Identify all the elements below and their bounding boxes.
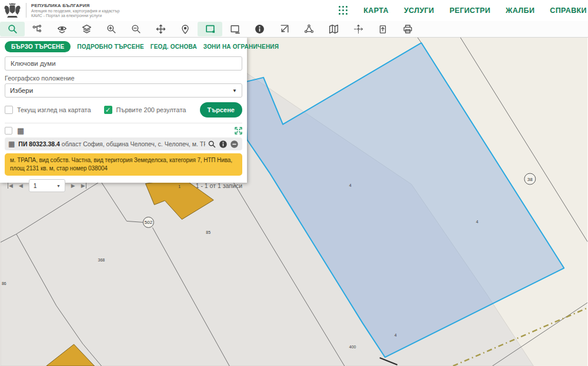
coordinates-tool-button[interactable] (346, 22, 370, 36)
result-row[interactable]: ▦ ПИ 80323.38.4 област София, община Чел… (5, 137, 242, 150)
first-200-results-label: Първите 200 резултата (116, 106, 186, 113)
map-sheets-tool-button[interactable] (321, 22, 346, 36)
map-label: 85 (206, 230, 211, 234)
map-label: 400 (349, 345, 356, 349)
deselect-rectangle-icon (229, 23, 240, 35)
brand: РЕПУБЛИКА БЪЛГАРИЯ Агенция по геодезия, … (4, 1, 119, 19)
print-tool-button[interactable] (395, 22, 420, 36)
deselect-rectangle-tool-button[interactable] (222, 22, 247, 36)
search-icon (7, 23, 18, 35)
pagination-prev-button[interactable]: ◀ (16, 182, 26, 190)
search-tool-button[interactable] (0, 22, 25, 36)
measure-area-icon (303, 23, 315, 35)
pagination-next-button[interactable]: ▶ (68, 182, 78, 190)
grid-icon: ▦ (8, 140, 15, 148)
tab-detailed-search[interactable]: ПОДРОБНО ТЪРСЕНЕ (77, 43, 143, 50)
map-label: 4 (476, 220, 478, 224)
coordinates-icon (353, 23, 364, 35)
results-header-row: ▦ (5, 126, 242, 135)
search-button[interactable]: Търсене (200, 102, 242, 117)
layers-visibility-icon (56, 23, 68, 35)
result-location: област София, община Челопеч, с. Челопеч… (60, 140, 205, 147)
pagination: ◀ ◀ 1 ▼ ▶ ▶ 1 - 1 от 1 записи (5, 179, 242, 192)
route-tree-icon (32, 24, 42, 35)
zoom-in-icon (106, 23, 117, 35)
tab-restriction-zones[interactable]: ЗОНИ НА ОГРАНИЧЕНИЯ (203, 43, 279, 50)
search-panel: БЪРЗО ТЪРСЕНЕ ПОДРОБНО ТЪРСЕНЕ ГЕОД. ОСН… (0, 37, 247, 183)
route-tree-tool-button[interactable] (25, 22, 49, 36)
main-nav: КАРТА УСЛУГИ РЕГИСТРИ ЖАЛБИ СПРАВКИ (339, 0, 588, 21)
result-info-icon[interactable] (219, 140, 228, 149)
brand-text: РЕПУБЛИКА БЪЛГАРИЯ Агенция по геодезия, … (26, 3, 119, 18)
nav-item-uslugi[interactable]: УСЛУГИ (404, 6, 435, 15)
coat-of-arms-logo (4, 1, 21, 19)
select-all-checkbox[interactable] (5, 127, 12, 135)
page-select[interactable]: 1 ▼ (29, 179, 65, 192)
locate-pin-icon (180, 24, 191, 35)
parcel-point-label: 38 (527, 177, 533, 182)
print-icon (402, 23, 413, 35)
geo-position-value: Избери (10, 87, 33, 94)
layers-visibility-tool-button[interactable] (49, 22, 74, 36)
full-extent-tool-button[interactable] (272, 22, 296, 36)
current-map-view-checkbox[interactable] (5, 106, 13, 114)
current-map-view-label: Текущ изглед на картата (17, 106, 91, 113)
brand-subtitle: Агенция по геодезия, картография и кадас… (31, 9, 119, 13)
layers-icon (81, 23, 92, 35)
pan-tool-button[interactable] (148, 22, 173, 36)
map-sheets-icon (328, 23, 339, 35)
nav-item-registri[interactable]: РЕГИСТРИ (449, 6, 490, 15)
nav-item-zhalbi[interactable]: ЖАЛБИ (506, 6, 534, 15)
export-page-icon (377, 24, 388, 35)
records-count: 1 - 1 от 1 записи (196, 182, 242, 189)
search-tabs: БЪРЗО ТЪРСЕНЕ ПОДРОБНО ТЪРСЕНЕ ГЕОД. ОСН… (5, 41, 242, 52)
search-options-row: Текущ изглед на картата ✓ Първите 200 ре… (5, 102, 242, 117)
export-page-tool-button[interactable] (370, 22, 395, 36)
pagination-last-button[interactable]: ▶ (78, 182, 89, 190)
layers-tool-button[interactable] (74, 22, 99, 36)
pan-icon (155, 23, 166, 35)
zoom-out-tool-button[interactable] (123, 22, 148, 36)
map-label: 4 (395, 333, 397, 337)
parcel-details-box: м. ТРАПА, вид собств. Частна, вид терито… (5, 153, 242, 176)
geo-position-label: Географско положение (5, 75, 242, 82)
zoom-in-tool-button[interactable] (99, 22, 123, 36)
map-label: 4 (349, 183, 352, 187)
tab-quick-search[interactable]: БЪРЗО ТЪРСЕНЕ (5, 41, 71, 52)
select-rectangle-icon (205, 23, 216, 35)
remove-result-icon[interactable] (230, 140, 239, 149)
app-header: РЕПУБЛИКА БЪЛГАРИЯ Агенция по геодезия, … (0, 0, 588, 21)
chevron-down-icon: ▼ (56, 184, 61, 188)
result-actions (208, 140, 239, 149)
info-icon (254, 23, 265, 35)
apps-grid-icon[interactable] (339, 6, 348, 15)
select-rectangle-tool-button[interactable] (198, 22, 222, 36)
parcel-point-label: 502 (145, 220, 153, 225)
result-text: ПИ 80323.38.4 област София, община Челоп… (18, 140, 205, 147)
brand-title: РЕПУБЛИКА БЪЛГАРИЯ (31, 3, 119, 8)
full-extent-icon (279, 23, 290, 35)
grid-icon: ▦ (17, 127, 24, 135)
page-number: 1 (34, 182, 37, 189)
info-tool-button[interactable] (247, 22, 272, 36)
measure-area-tool-button[interactable] (296, 22, 321, 36)
zoom-to-result-icon[interactable] (208, 140, 216, 149)
geo-position-select[interactable]: Избери ▼ (5, 83, 242, 98)
map-label: 368 (98, 258, 105, 262)
locate-pin-tool-button[interactable] (173, 22, 198, 36)
nav-item-karta[interactable]: КАРТА (363, 6, 389, 15)
chevron-down-icon: ▼ (232, 88, 237, 93)
keywords-input[interactable] (5, 56, 242, 70)
map-toolbar (0, 21, 588, 38)
zoom-to-results-icon[interactable] (235, 127, 242, 135)
result-parcel-id: ПИ 80323.38.4 (18, 140, 60, 147)
nav-item-spravki[interactable]: СПРАВКИ (550, 6, 587, 15)
map-label: 86 (2, 281, 6, 286)
divider (5, 123, 242, 123)
first-200-results-checkbox[interactable]: ✓ (104, 106, 112, 114)
brand-subtitle: КАИС - Портал за електронни услуги (31, 14, 119, 18)
pagination-first-button[interactable]: ◀ (5, 182, 16, 190)
tab-geodetic-basis[interactable]: ГЕОД. ОСНОВА (151, 43, 197, 50)
zoom-out-icon (131, 23, 142, 35)
